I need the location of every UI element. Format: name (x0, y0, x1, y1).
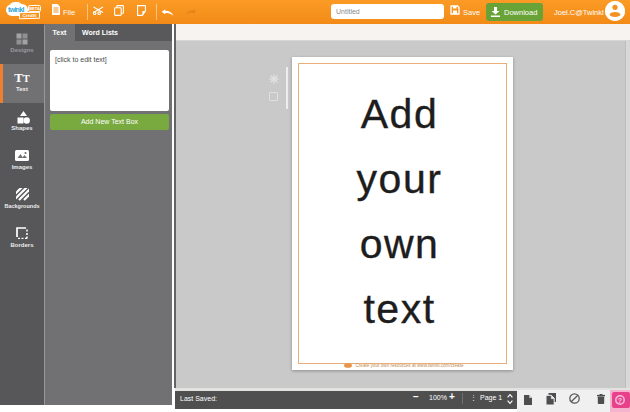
svg-text:?: ? (618, 397, 622, 404)
